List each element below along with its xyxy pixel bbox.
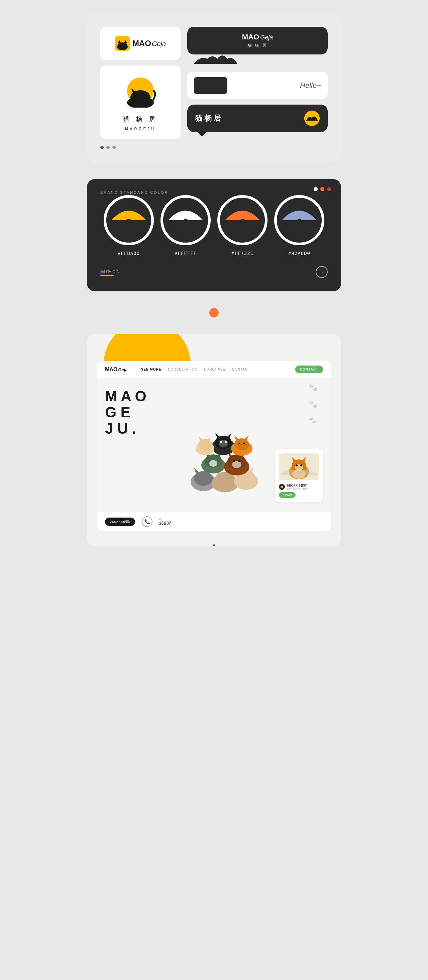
logo-card-moon: 猫 杨 居 MAOGEJU — [100, 65, 180, 139]
hero-text: M A O G E J U . — [105, 388, 172, 502]
cat-pile-svg — [187, 395, 260, 495]
hello-label: Hello~ — [300, 81, 321, 90]
win-dot-orange — [320, 187, 324, 191]
win-dot-white — [314, 187, 318, 191]
circle-white-svg — [163, 198, 208, 243]
chinese-spaced: 猫 杨 居 — [123, 115, 158, 123]
color-hex-orange: #FF732E — [232, 251, 254, 256]
circle-blue — [274, 195, 324, 245]
brand-cn-label: 品牌标准色 — [100, 269, 119, 273]
svg-point-32 — [209, 460, 217, 467]
speech-chinese: 猫杨居 — [195, 113, 222, 123]
yellow-moon-icon — [304, 111, 319, 126]
nav-contact-btn[interactable]: CONTACT — [295, 366, 323, 373]
svg-marker-42 — [216, 433, 221, 438]
svg-point-39 — [238, 460, 240, 462]
brand-colors-section: BRAND STANDARD COLOR #FFBA00 — [87, 179, 341, 291]
pass-button[interactable]: ✓ PASS — [279, 492, 295, 498]
dark-mao: MAO — [242, 33, 259, 41]
nav-logo-mao: MAO — [105, 366, 117, 372]
cat-name: DECAAI [名字] — [287, 484, 308, 488]
svg-marker-56 — [199, 436, 203, 441]
dot-3[interactable] — [112, 146, 116, 149]
website-nav: MAO Geja SEE MORE CONSULTATION PURCHASE … — [97, 361, 331, 378]
svg-marker-57 — [206, 436, 211, 441]
logo-right-column: MAO Geja 猫 杨 居 Hello~ — [187, 27, 328, 132]
white-bubble-hello: Hello~ — [187, 72, 328, 99]
cat-silhouette-svg — [124, 84, 157, 108]
svg-marker-43 — [226, 433, 232, 438]
paw-3: 🐾 — [309, 417, 318, 424]
svg-point-53 — [243, 443, 245, 444]
logo-mao: MAO — [133, 39, 151, 48]
logo-left-column: MAO Geja — [100, 27, 180, 139]
nav-consultation[interactable]: CONSULTATION — [168, 368, 197, 371]
svg-point-5 — [123, 43, 126, 45]
circle-orange — [217, 195, 267, 245]
svg-point-44 — [219, 440, 228, 447]
svg-point-16 — [194, 471, 212, 486]
color-item-orange: #FF732E — [214, 195, 271, 256]
hero-big-text: M A O G E J U . — [105, 388, 172, 437]
arrow-icon: → — [319, 269, 324, 275]
connector-dot — [209, 308, 219, 317]
dark-geja: Geja — [260, 34, 273, 41]
window-controls — [314, 187, 331, 191]
circle-blue-svg — [277, 198, 322, 243]
nav-see-more[interactable]: SEE MORE — [141, 368, 161, 371]
color-hex-blue: #92A6D0 — [288, 251, 310, 256]
mountain-dark-svg — [194, 77, 227, 94]
cat-card-header: 🐱 DECAAI [名字] Cat detection — [279, 484, 319, 490]
dark-bubble-top: MAO Geja 猫 杨 居 — [187, 27, 328, 54]
logos-grid: MAO Geja — [100, 27, 328, 139]
color-hex-white: #FFFFFF — [174, 251, 196, 256]
colors-bottom-bar: 品牌标准色 → — [100, 266, 328, 278]
website-hero: 🐾 🐾 🐾 M A O G E J U . — [97, 378, 331, 512]
pagination-dots — [100, 139, 328, 149]
logo-section: MAO Geja — [87, 13, 341, 162]
svg-point-45 — [220, 441, 222, 443]
nav-logo-geja: Geja — [118, 367, 128, 372]
dot-1[interactable] — [100, 146, 104, 149]
win-dot-red — [327, 187, 331, 191]
dark-bubble-bottom: 猫杨居 — [187, 105, 328, 132]
svg-point-64 — [295, 465, 298, 466]
paw-2: 🐾 — [309, 400, 318, 409]
nav-logo: MAO Geja — [105, 366, 128, 372]
svg-marker-17 — [194, 468, 199, 474]
next-arrow[interactable]: → — [316, 266, 328, 278]
website-dot — [213, 544, 215, 546]
color-item-white: #FFFFFF — [157, 195, 214, 256]
website-bottom-bar: DECAAI[侦探] 📞 # 26B07 — [97, 512, 331, 531]
decaai-pill[interactable]: DECAAI[侦探] — [105, 517, 135, 526]
logo-inline: MAO Geja — [115, 36, 166, 51]
brand-label: BRAND STANDARD COLOR — [100, 191, 168, 194]
bubble-cat-base — [194, 52, 237, 64]
circle-orange-svg — [220, 198, 265, 243]
cat-box-icon — [115, 36, 130, 51]
nav-contact[interactable]: CONTACT — [232, 368, 251, 371]
hero-cats — [179, 388, 268, 502]
dark-chinese: 猫 杨 居 — [248, 43, 267, 48]
nav-links: SEE MORE CONSULTATION PURCHASE CONTACT — [141, 368, 289, 371]
phone-glyph: 📞 — [144, 519, 150, 524]
paw-prints: 🐾 🐾 🐾 — [309, 383, 318, 424]
circle-white — [161, 195, 211, 245]
cat-info: DECAAI [名字] Cat detection — [287, 484, 308, 490]
website-section: MAO Geja SEE MORE CONSULTATION PURCHASE … — [87, 334, 341, 546]
circle-yellow — [104, 195, 154, 245]
brand-underline — [100, 275, 114, 276]
cat-detection-card: 🐱 DECAAI [名字] Cat detection ✓ PASS — [275, 449, 323, 502]
paw-1: 🐾 — [309, 383, 318, 392]
hash-value: 26B07 — [159, 521, 171, 526]
hash-group: # 26B07 — [159, 517, 171, 526]
yellow-moon-circle — [304, 111, 319, 126]
color-circles-row: #FFBA00 #FFFFFF — [100, 195, 328, 256]
roman-label: MAOGEJU — [125, 127, 155, 130]
svg-marker-50 — [243, 435, 249, 441]
website-dot-indicator — [87, 541, 341, 546]
website-preview: MAO Geja SEE MORE CONSULTATION PURCHASE … — [97, 361, 331, 531]
nav-purchase[interactable]: PURCHASE — [204, 368, 225, 371]
dot-2[interactable] — [106, 146, 110, 149]
chinese-label: 猫 杨 居 — [123, 115, 158, 123]
